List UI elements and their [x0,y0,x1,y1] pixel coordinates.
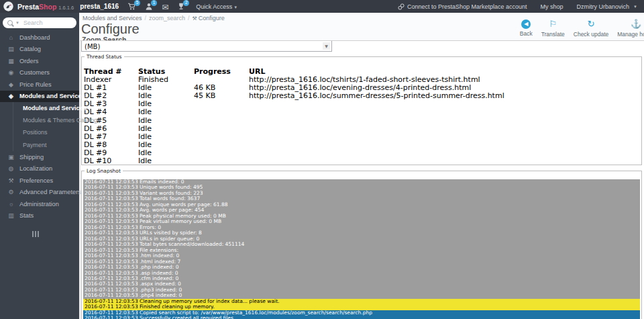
person-icon[interactable]: 1 [145,3,153,10]
sidebar-item-advanced-parameters[interactable]: ⚙Advanced Parameters [0,186,79,198]
search-icon [7,20,13,26]
sidebar-item-customers[interactable]: ◉Customers [0,67,79,79]
sidebar: ▼ Search ⌂Dashboard▤Catalog▦Orders◉Custo… [0,13,79,319]
search-placeholder: Search [23,19,43,26]
sidebar-item-label: Advanced Parameters [19,189,81,195]
user-menu[interactable]: Dzmitry Urbanovich▼ [577,3,637,10]
topbar-left: PrestaShop1.6.1.6 presta_1616 51✉2 Quick… [3,1,237,13]
progress-cell [194,108,249,116]
quick-access-menu[interactable]: Quick Access▼ [196,3,237,10]
thread-row: DL #6Idle [84,125,614,133]
envelope-icon[interactable]: ✉ [162,3,168,11]
column-header: Progress [194,68,249,76]
status-cell: Idle [138,92,194,100]
submenu-item[interactable]: Positions [13,126,79,138]
breadcrumb-modules-link[interactable]: Modules and Services [83,15,142,21]
sidebar-item-label: Preferences [19,177,53,184]
submenu-item[interactable]: Modules & Themes Catalog [13,114,79,126]
catalog-icon: ▤ [7,46,15,52]
notification-badge: 1 [151,0,157,6]
progress-cell [194,133,249,141]
sidebar-item-dashboard[interactable]: ⌂Dashboard [0,32,79,44]
progress-cell: 46 KB [194,84,249,92]
sidebar-item-label: Modules and Services [19,93,85,99]
sidebar-item-label: Customers [19,69,50,76]
status-cell: Idle [138,108,194,116]
chevron-down-icon: ▼ [15,21,19,25]
prestashop-admin: PrestaShop1.6.1.6 presta_1616 51✉2 Quick… [0,0,644,319]
progress-cell: 45 KB [194,92,249,100]
status-cell: Idle [138,157,194,165]
notification-badge: 5 [134,0,140,6]
thread-cell: DL #10 [84,157,138,165]
submenu-item[interactable]: Modules and Services [13,102,79,114]
breadcrumb-module-link[interactable]: zoom_search [149,15,185,21]
status-cell: Idle [138,100,194,108]
administration-icon: ☼ [7,201,15,208]
thread-cell: DL #2 [84,92,138,100]
sidebar-item-label: Orders [19,58,38,64]
refresh-icon: ↻ [588,19,595,30]
module-config-panel: (MB) ▼ Thread Status Thread #StatusProgr… [80,40,644,319]
column-header: Thread # [84,68,138,76]
sidebar-item-localization[interactable]: ◍Localization [0,163,79,175]
thread-row: DL #2Idle45 KBhttp://presta_1616.loc/sum… [84,92,614,100]
progress-cell [194,149,249,157]
sidebar-item-stats[interactable]: ▥Stats [0,210,79,222]
thread-cell: DL #4 [84,108,138,116]
sidebar-submenu: Modules and ServicesModules & Themes Cat… [13,102,79,151]
manage-hooks-button[interactable]: ⚓Manage hooks [617,19,644,38]
my-shop-link[interactable]: My shop [541,3,564,10]
flag-icon: ⚐ [549,19,557,30]
status-cell: Idle [138,84,194,92]
sidebar-item-modules-and-services[interactable]: ◈Modules and Services [0,91,79,103]
sidebar-item-administration[interactable]: ☼Administration [0,198,79,210]
sidebar-item-label: Administration [19,201,59,208]
trophy-icon[interactable]: 2 [177,3,185,10]
submenu-item[interactable]: Payment [13,139,79,151]
translate-button[interactable]: ⚐Translate [541,19,565,38]
back-button[interactable]: ◀Back [520,19,533,38]
sidebar-item-label: Price Rules [19,81,52,88]
url-cell [249,125,614,133]
sidebar-item-shipping[interactable]: ▣Shipping [0,151,79,163]
sidebar-item-orders[interactable]: ▦Orders [0,55,79,67]
status-cell: Idle [138,117,194,125]
progress-cell [194,76,249,84]
column-header: Status [138,68,194,76]
log-snapshot-fieldset: Log Snapshot 2016-07-11 12:03:53 Emails … [81,168,642,319]
orders-icon: ▦ [7,58,15,64]
thread-status-fieldset: Thread Status Thread #StatusProgressURLI… [81,54,642,165]
sidebar-collapse-toggle[interactable] [32,231,79,237]
prestashop-logo-icon[interactable] [3,1,13,11]
breadcrumb-configure[interactable]: ⚒Configure [193,15,225,21]
sidebar-item-label: Catalog [19,46,41,52]
thread-row: DL #5Idle [84,117,614,125]
url-cell: http://presta_1616.loc/summer-dresses/5-… [249,92,614,100]
breadcrumb: Modules and Services/zoom_search/⚒Config… [83,15,225,21]
log-line: 2016-07-11 12:03:53 Peak virtual memory … [83,219,640,224]
shop-name-link[interactable]: presta_1616 [80,3,119,10]
thread-row: DL #3Idle [84,100,614,108]
sidebar-item-label: Shipping [19,154,44,161]
log-line: 2016-07-11 12:03:53 Successfully created… [83,316,640,319]
marketplace-connect-link[interactable]: Connect to PrestaShop Marketplace accoun… [398,3,527,10]
memory-limit-select[interactable]: (MB) ▼ [81,41,332,52]
url-cell [249,133,614,141]
check-update-button[interactable]: ↻Check update [574,19,608,38]
sidebar-item-price-rules[interactable]: ◆Price Rules [0,79,79,91]
sidebar-item-preferences[interactable]: ⚒Preferences [0,175,79,187]
search-input[interactable]: ▼ Search [3,17,76,28]
sidebar-item-catalog[interactable]: ▤Catalog [0,44,79,56]
back-circle-icon: ◀ [521,19,531,29]
thread-status-legend: Thread Status [85,54,124,60]
sidebar-item-label: Localization [19,165,52,172]
thread-cell: DL #9 [84,149,138,157]
notification-badge: 2 [183,0,189,6]
anchor-icon: ⚓ [631,19,641,30]
thread-row: DL #7Idle [84,133,614,141]
thread-row: DL #1Idle46 KBhttp://presta_1616.loc/eve… [84,84,614,92]
cart-icon[interactable]: 5 [127,3,136,10]
log-snapshot-legend: Log Snapshot [85,168,123,174]
dashboard-icon: ⌂ [7,34,15,41]
